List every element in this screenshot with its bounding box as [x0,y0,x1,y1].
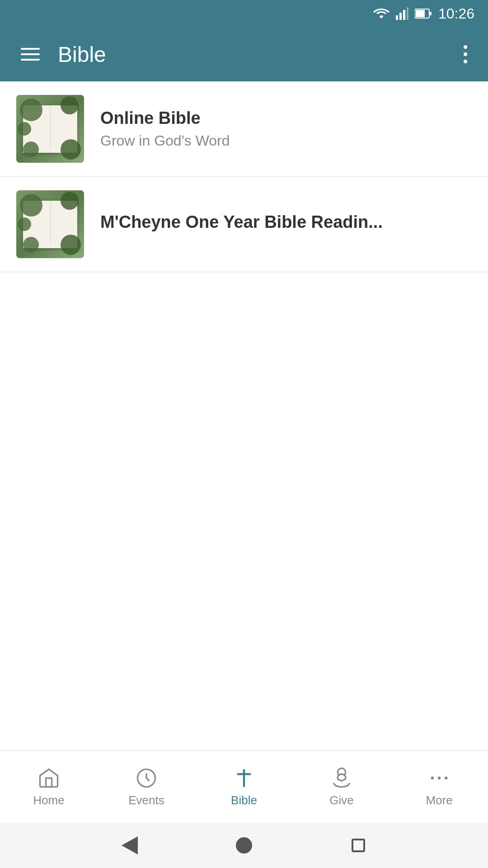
svg-point-10 [431,777,434,780]
status-icons: 10:26 [373,5,474,22]
nav-item-more[interactable]: More [390,751,488,823]
nav-item-home[interactable]: Home [0,751,98,823]
bible-thumb-image [16,95,84,163]
overflow-dot-3 [464,60,467,63]
nav-item-bible[interactable]: Bible [195,751,293,823]
svg-rect-6 [430,12,432,15]
give-icon [330,766,353,790]
nav-label-bible: Bible [231,793,257,807]
wifi-icon [373,7,389,20]
svg-rect-5 [416,10,425,17]
back-arrow-icon [122,836,138,854]
status-time: 10:26 [438,5,474,22]
list-item-mcheyne[interactable]: M'Cheyne One Year Bible Readin... [0,177,488,272]
signal-icon [396,7,408,20]
hamburger-line-1 [21,48,40,50]
overflow-menu-button[interactable] [459,41,472,68]
mcheyne-title: M'Cheyne One Year Bible Readin... [100,212,472,232]
home-circle-icon [236,837,252,854]
system-home-button[interactable] [233,834,255,857]
overflow-dot-2 [464,52,467,56]
nav-item-give[interactable]: Give [293,751,390,823]
system-navigation-bar [0,823,488,868]
system-back-button[interactable] [118,834,141,857]
system-recents-button[interactable] [347,834,370,857]
recents-square-icon [352,839,365,852]
svg-rect-0 [396,15,398,20]
nav-label-give: Give [329,793,353,807]
nav-label-events: Events [128,793,164,807]
home-icon [37,766,61,790]
svg-rect-2 [403,10,405,20]
bible-cross-icon [232,766,256,790]
status-bar: 10:26 [0,0,488,27]
hamburger-menu-button[interactable] [16,43,44,65]
svg-point-11 [438,777,441,780]
online-bible-text: Online Bible Grow in God's Word [100,108,472,149]
nav-item-events[interactable]: Events [98,751,195,823]
bottom-navigation: Home Events Bible Give More [0,750,488,823]
list-item-online-bible[interactable]: Online Bible Grow in God's Word [0,81,488,177]
app-bar: Bible [0,27,488,81]
events-icon [135,766,158,790]
nav-label-more: More [426,793,452,807]
battery-icon [415,8,432,19]
online-bible-subtitle: Grow in God's Word [100,132,472,149]
mcheyne-thumbnail [16,190,84,258]
more-dots-icon [427,766,451,790]
mcheyne-thumb-image [16,190,84,258]
hamburger-line-2 [21,53,40,55]
overflow-dot-1 [464,45,467,49]
hamburger-line-3 [21,59,40,61]
online-bible-title: Online Bible [100,108,472,128]
svg-point-12 [445,777,448,780]
app-bar-title: Bible [58,42,446,67]
svg-rect-1 [399,13,402,20]
content-area: Online Bible Grow in God's Word M'Cheyne… [0,81,488,750]
svg-rect-3 [407,7,408,20]
online-bible-thumbnail [16,95,84,163]
mcheyne-text: M'Cheyne One Year Bible Readin... [100,212,472,236]
nav-label-home: Home [33,793,64,807]
